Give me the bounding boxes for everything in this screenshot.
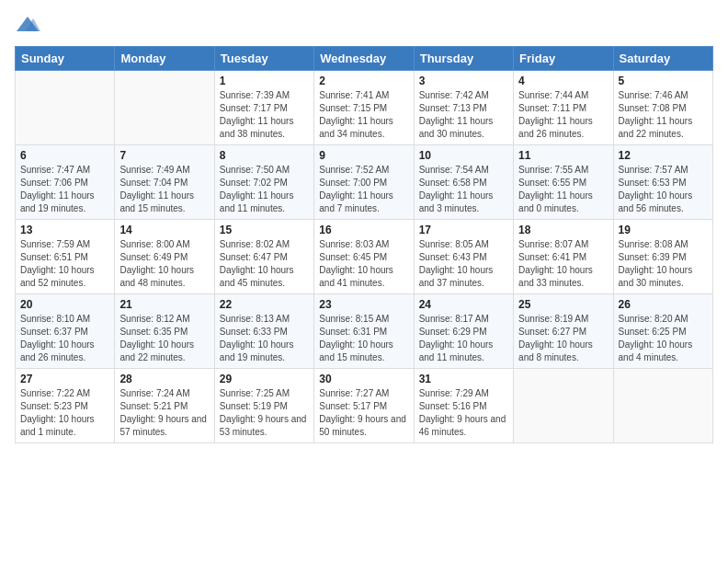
calendar-header-row: SundayMondayTuesdayWednesdayThursdayFrid…	[16, 47, 713, 71]
day-number: 24	[419, 298, 508, 311]
day-number: 11	[518, 149, 608, 162]
calendar-day-cell: 10Sunrise: 7:54 AM Sunset: 6:58 PM Dayli…	[414, 145, 513, 220]
calendar-day-cell: 3Sunrise: 7:42 AM Sunset: 7:13 PM Daylig…	[414, 71, 513, 145]
day-info: Sunrise: 7:49 AM Sunset: 7:04 PM Dayligh…	[119, 164, 209, 215]
day-number: 8	[220, 149, 309, 162]
day-number: 3	[419, 75, 508, 87]
day-number: 29	[220, 373, 309, 385]
day-number: 4	[518, 75, 608, 87]
day-number: 2	[319, 75, 408, 87]
day-info: Sunrise: 7:57 AM Sunset: 6:53 PM Dayligh…	[619, 164, 708, 215]
day-info: Sunrise: 8:00 AM Sunset: 6:49 PM Dayligh…	[119, 238, 209, 290]
day-number: 28	[119, 373, 209, 385]
calendar-day-cell: 1Sunrise: 7:39 AM Sunset: 7:17 PM Daylig…	[214, 71, 313, 145]
calendar-day-cell: 5Sunrise: 7:46 AM Sunset: 7:08 PM Daylig…	[613, 71, 712, 145]
day-number: 21	[119, 298, 209, 311]
day-info: Sunrise: 7:59 AM Sunset: 6:51 PM Dayligh…	[20, 238, 109, 290]
day-of-week-header: Thursday	[414, 47, 513, 71]
calendar-day-cell: 20Sunrise: 8:10 AM Sunset: 6:37 PM Dayli…	[16, 294, 115, 369]
calendar-day-cell	[16, 71, 115, 145]
day-of-week-header: Tuesday	[214, 47, 313, 71]
day-info: Sunrise: 7:46 AM Sunset: 7:08 PM Dayligh…	[619, 89, 708, 141]
day-info: Sunrise: 7:44 AM Sunset: 7:11 PM Dayligh…	[518, 89, 608, 141]
day-info: Sunrise: 8:08 AM Sunset: 6:39 PM Dayligh…	[619, 238, 708, 290]
calendar-week-row: 1Sunrise: 7:39 AM Sunset: 7:17 PM Daylig…	[16, 71, 713, 145]
calendar-day-cell: 8Sunrise: 7:50 AM Sunset: 7:02 PM Daylig…	[214, 145, 313, 220]
day-info: Sunrise: 7:52 AM Sunset: 7:00 PM Dayligh…	[319, 164, 408, 215]
day-info: Sunrise: 8:10 AM Sunset: 6:37 PM Dayligh…	[20, 313, 109, 364]
calendar-day-cell: 25Sunrise: 8:19 AM Sunset: 6:27 PM Dayli…	[514, 294, 613, 369]
calendar-day-cell: 28Sunrise: 7:24 AM Sunset: 5:21 PM Dayli…	[115, 369, 214, 443]
day-number: 27	[20, 373, 109, 385]
day-number: 1	[220, 75, 309, 87]
day-number: 10	[419, 149, 508, 162]
day-number: 31	[419, 373, 508, 385]
calendar-day-cell: 7Sunrise: 7:49 AM Sunset: 7:04 PM Daylig…	[115, 145, 214, 220]
calendar-day-cell: 4Sunrise: 7:44 AM Sunset: 7:11 PM Daylig…	[514, 71, 613, 145]
calendar-week-row: 13Sunrise: 7:59 AM Sunset: 6:51 PM Dayli…	[16, 220, 713, 294]
day-number: 30	[319, 373, 408, 385]
calendar-day-cell: 17Sunrise: 8:05 AM Sunset: 6:43 PM Dayli…	[414, 220, 513, 294]
day-number: 23	[319, 298, 408, 311]
day-info: Sunrise: 8:15 AM Sunset: 6:31 PM Dayligh…	[319, 313, 408, 364]
day-info: Sunrise: 7:22 AM Sunset: 5:23 PM Dayligh…	[20, 387, 109, 439]
calendar-day-cell: 12Sunrise: 7:57 AM Sunset: 6:53 PM Dayli…	[613, 145, 712, 220]
calendar-week-row: 6Sunrise: 7:47 AM Sunset: 7:06 PM Daylig…	[16, 145, 713, 220]
day-info: Sunrise: 8:02 AM Sunset: 6:47 PM Dayligh…	[220, 238, 309, 290]
day-info: Sunrise: 8:12 AM Sunset: 6:35 PM Dayligh…	[119, 313, 209, 364]
day-info: Sunrise: 8:03 AM Sunset: 6:45 PM Dayligh…	[319, 238, 408, 290]
day-of-week-header: Friday	[514, 47, 613, 71]
day-of-week-header: Monday	[115, 47, 214, 71]
day-info: Sunrise: 7:50 AM Sunset: 7:02 PM Dayligh…	[220, 164, 309, 215]
day-info: Sunrise: 7:42 AM Sunset: 7:13 PM Dayligh…	[419, 89, 508, 141]
day-number: 18	[518, 224, 608, 236]
day-info: Sunrise: 7:27 AM Sunset: 5:17 PM Dayligh…	[319, 387, 408, 439]
day-number: 14	[119, 224, 209, 236]
calendar-day-cell: 19Sunrise: 8:08 AM Sunset: 6:39 PM Dayli…	[613, 220, 712, 294]
day-number: 6	[20, 149, 109, 162]
day-info: Sunrise: 7:39 AM Sunset: 7:17 PM Dayligh…	[220, 89, 309, 141]
calendar-day-cell	[514, 369, 613, 443]
day-info: Sunrise: 8:20 AM Sunset: 6:25 PM Dayligh…	[619, 313, 708, 364]
day-number: 25	[518, 298, 608, 311]
day-number: 17	[419, 224, 508, 236]
day-info: Sunrise: 8:17 AM Sunset: 6:29 PM Dayligh…	[419, 313, 508, 364]
calendar-day-cell: 13Sunrise: 7:59 AM Sunset: 6:51 PM Dayli…	[16, 220, 115, 294]
logo	[15, 15, 44, 35]
page-header	[15, 15, 713, 35]
day-info: Sunrise: 8:07 AM Sunset: 6:41 PM Dayligh…	[518, 238, 608, 290]
day-number: 9	[319, 149, 408, 162]
day-number: 7	[119, 149, 209, 162]
day-info: Sunrise: 7:29 AM Sunset: 5:16 PM Dayligh…	[419, 387, 508, 439]
day-of-week-header: Wednesday	[314, 47, 414, 71]
day-number: 5	[619, 75, 708, 87]
calendar-day-cell: 21Sunrise: 8:12 AM Sunset: 6:35 PM Dayli…	[115, 294, 214, 369]
day-info: Sunrise: 8:13 AM Sunset: 6:33 PM Dayligh…	[220, 313, 309, 364]
day-number: 26	[619, 298, 708, 311]
day-number: 13	[20, 224, 109, 236]
calendar-day-cell: 24Sunrise: 8:17 AM Sunset: 6:29 PM Dayli…	[414, 294, 513, 369]
calendar-week-row: 27Sunrise: 7:22 AM Sunset: 5:23 PM Dayli…	[16, 369, 713, 443]
day-number: 20	[20, 298, 109, 311]
calendar-day-cell: 2Sunrise: 7:41 AM Sunset: 7:15 PM Daylig…	[314, 71, 414, 145]
calendar-day-cell: 26Sunrise: 8:20 AM Sunset: 6:25 PM Dayli…	[613, 294, 712, 369]
day-info: Sunrise: 7:24 AM Sunset: 5:21 PM Dayligh…	[119, 387, 209, 439]
day-number: 19	[619, 224, 708, 236]
calendar-day-cell: 29Sunrise: 7:25 AM Sunset: 5:19 PM Dayli…	[214, 369, 313, 443]
day-number: 16	[319, 224, 408, 236]
day-number: 22	[220, 298, 309, 311]
day-of-week-header: Sunday	[16, 47, 115, 71]
calendar-day-cell: 30Sunrise: 7:27 AM Sunset: 5:17 PM Dayli…	[314, 369, 414, 443]
day-info: Sunrise: 7:47 AM Sunset: 7:06 PM Dayligh…	[20, 164, 109, 215]
calendar-day-cell: 22Sunrise: 8:13 AM Sunset: 6:33 PM Dayli…	[214, 294, 313, 369]
day-info: Sunrise: 7:41 AM Sunset: 7:15 PM Dayligh…	[319, 89, 408, 141]
calendar-week-row: 20Sunrise: 8:10 AM Sunset: 6:37 PM Dayli…	[16, 294, 713, 369]
logo-icon	[15, 15, 40, 35]
day-number: 15	[220, 224, 309, 236]
calendar-day-cell: 9Sunrise: 7:52 AM Sunset: 7:00 PM Daylig…	[314, 145, 414, 220]
calendar-day-cell	[115, 71, 214, 145]
calendar-day-cell: 16Sunrise: 8:03 AM Sunset: 6:45 PM Dayli…	[314, 220, 414, 294]
day-number: 12	[619, 149, 708, 162]
calendar-day-cell: 27Sunrise: 7:22 AM Sunset: 5:23 PM Dayli…	[16, 369, 115, 443]
day-of-week-header: Saturday	[613, 47, 712, 71]
